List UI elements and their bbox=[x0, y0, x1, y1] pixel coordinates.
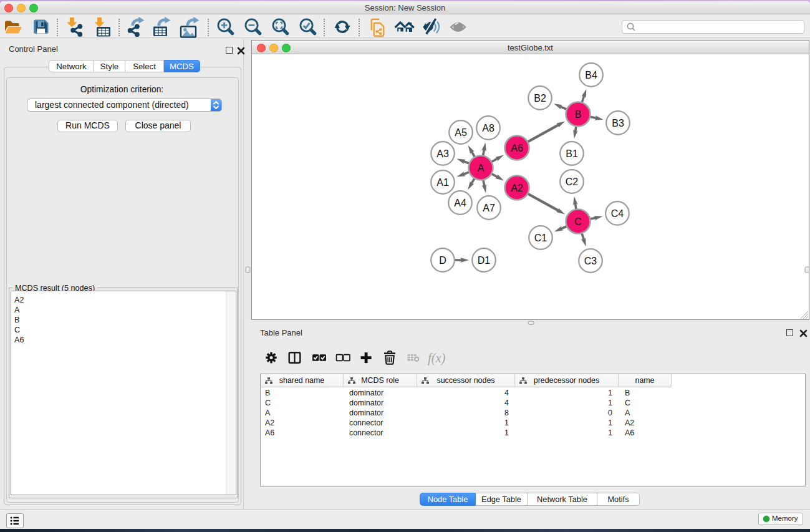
svg-text:A2: A2 bbox=[511, 183, 523, 193]
svg-text:A3: A3 bbox=[436, 148, 449, 159]
svg-text:A7: A7 bbox=[483, 203, 495, 213]
svg-text:C3: C3 bbox=[584, 256, 597, 266]
svg-text:A1: A1 bbox=[436, 177, 449, 188]
svg-text:f(x): f(x) bbox=[428, 351, 446, 365]
svg-text:C: C bbox=[574, 216, 582, 227]
svg-text:A8: A8 bbox=[482, 123, 494, 133]
svg-text:A: A bbox=[478, 163, 485, 173]
svg-text:B4: B4 bbox=[585, 70, 597, 80]
svg-text:B1: B1 bbox=[566, 148, 578, 159]
svg-text:D1: D1 bbox=[478, 255, 491, 266]
svg-text:B: B bbox=[575, 109, 582, 120]
svg-text:A6: A6 bbox=[511, 143, 523, 153]
svg-text:C4: C4 bbox=[611, 208, 624, 219]
svg-text:A5: A5 bbox=[455, 127, 467, 138]
svg-text:B2: B2 bbox=[534, 93, 546, 104]
svg-text:D: D bbox=[439, 255, 446, 266]
svg-text:B3: B3 bbox=[612, 118, 624, 128]
svg-text:C1: C1 bbox=[534, 233, 547, 243]
svg-text:C2: C2 bbox=[566, 177, 579, 187]
svg-text:A4: A4 bbox=[454, 198, 466, 208]
